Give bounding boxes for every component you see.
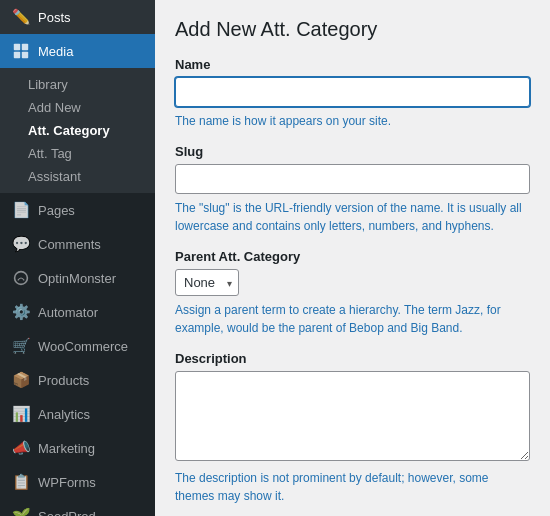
parent-label: Parent Att. Category	[175, 249, 530, 264]
sidebar-item-marketing[interactable]: 📣 Marketing	[0, 431, 155, 465]
sidebar-item-label: SeedProd	[38, 509, 96, 517]
sidebar-item-label: Analytics	[38, 407, 90, 422]
parent-hint: Assign a parent term to create a hierarc…	[175, 301, 530, 337]
sidebar-item-label: Automator	[38, 305, 98, 320]
woocommerce-icon: 🛒	[12, 337, 30, 355]
slug-input[interactable]	[175, 164, 530, 194]
sidebar-item-analytics[interactable]: 📊 Analytics	[0, 397, 155, 431]
sidebar-item-label: WooCommerce	[38, 339, 128, 354]
comments-icon: 💬	[12, 235, 30, 253]
media-icon	[12, 42, 30, 60]
optinmonster-icon	[12, 269, 30, 287]
description-textarea[interactable]	[175, 371, 530, 461]
svg-rect-0	[14, 44, 20, 50]
name-section: Name The name is how it appears on your …	[175, 57, 530, 130]
marketing-icon: 📣	[12, 439, 30, 457]
submenu-att-category[interactable]: Att. Category	[28, 119, 155, 142]
sidebar-item-wpforms[interactable]: 📋 WPForms	[0, 465, 155, 499]
slug-hint: The "slug" is the URL-friendly version o…	[175, 199, 530, 235]
sidebar: ✏️ Posts Media Library Add New Att. Cate…	[0, 0, 155, 516]
sidebar-item-label: Posts	[38, 10, 71, 25]
sidebar-item-comments[interactable]: 💬 Comments	[0, 227, 155, 261]
svg-rect-2	[14, 52, 20, 58]
sidebar-item-automator[interactable]: ⚙️ Automator	[0, 295, 155, 329]
parent-section: Parent Att. Category None ▾ Assign a par…	[175, 249, 530, 337]
sidebar-item-seedprod[interactable]: 🌱 SeedProd	[0, 499, 155, 516]
sidebar-item-label: Pages	[38, 203, 75, 218]
sidebar-item-pages[interactable]: 📄 Pages	[0, 193, 155, 227]
sidebar-item-media[interactable]: Media	[0, 34, 155, 68]
analytics-icon: 📊	[12, 405, 30, 423]
page-title: Add New Att. Category	[175, 18, 530, 41]
name-label: Name	[175, 57, 530, 72]
description-section: Description The description is not promi…	[175, 351, 530, 505]
products-icon: 📦	[12, 371, 30, 389]
pages-icon: 📄	[12, 201, 30, 219]
submenu-assistant[interactable]: Assistant	[28, 165, 155, 188]
sidebar-item-label: Comments	[38, 237, 101, 252]
name-input[interactable]	[175, 77, 530, 107]
svg-rect-1	[22, 44, 28, 50]
sidebar-item-label: OptinMonster	[38, 271, 116, 286]
parent-select-wrapper: None ▾	[175, 269, 239, 296]
sidebar-item-optinmonster[interactable]: OptinMonster	[0, 261, 155, 295]
seedprod-icon: 🌱	[12, 507, 30, 516]
submenu-att-tag[interactable]: Att. Tag	[28, 142, 155, 165]
description-label: Description	[175, 351, 530, 366]
sidebar-item-label: Marketing	[38, 441, 95, 456]
svg-rect-3	[22, 52, 28, 58]
wpforms-icon: 📋	[12, 473, 30, 491]
sidebar-item-label: WPForms	[38, 475, 96, 490]
posts-icon: ✏️	[12, 8, 30, 26]
automator-icon: ⚙️	[12, 303, 30, 321]
sidebar-item-posts[interactable]: ✏️ Posts	[0, 0, 155, 34]
media-submenu: Library Add New Att. Category Att. Tag A…	[0, 68, 155, 193]
parent-select[interactable]: None	[175, 269, 239, 296]
main-content: Add New Att. Category Name The name is h…	[155, 0, 550, 516]
slug-section: Slug The "slug" is the URL-friendly vers…	[175, 144, 530, 235]
sidebar-item-label: Media	[38, 44, 73, 59]
slug-label: Slug	[175, 144, 530, 159]
sidebar-item-woocommerce[interactable]: 🛒 WooCommerce	[0, 329, 155, 363]
submenu-library[interactable]: Library	[28, 73, 155, 96]
description-hint: The description is not prominent by defa…	[175, 469, 530, 505]
sidebar-item-label: Products	[38, 373, 89, 388]
sidebar-item-products[interactable]: 📦 Products	[0, 363, 155, 397]
submenu-add-new[interactable]: Add New	[28, 96, 155, 119]
name-hint: The name is how it appears on your site.	[175, 112, 530, 130]
